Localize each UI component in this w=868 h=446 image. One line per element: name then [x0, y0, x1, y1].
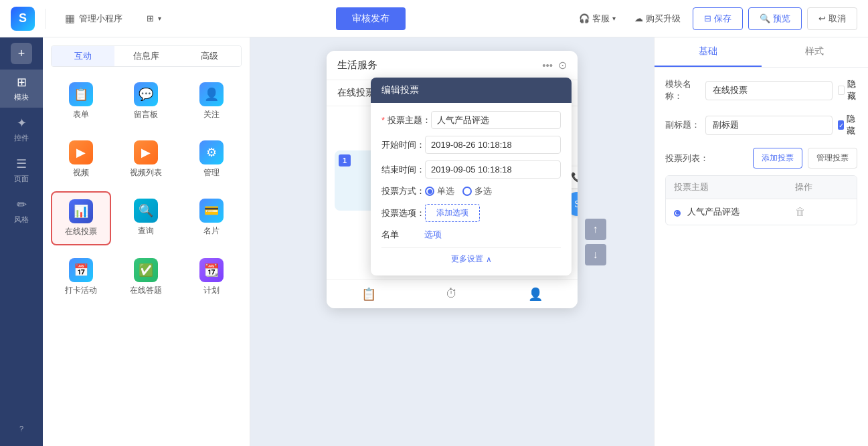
- rp-tab-style[interactable]: 样式: [762, 37, 869, 67]
- topbar-divider: [46, 9, 46, 29]
- comp-item-query[interactable]: 🔍 查询: [116, 191, 177, 245]
- preview-button[interactable]: 🔍 预览: [748, 7, 802, 30]
- grid-arrow: ▾: [158, 15, 161, 22]
- support-arrow: ▾: [612, 15, 616, 22]
- radio-multi[interactable]: 多选: [462, 185, 492, 197]
- comp-tab-advanced[interactable]: 高级: [178, 46, 241, 66]
- rp-input-subtitle[interactable]: [705, 116, 833, 135]
- nav-miniapp[interactable]: ▦ 管理小程序: [57, 8, 131, 29]
- vote-col-theme: 投票主题: [674, 181, 795, 193]
- comp-item-card[interactable]: 💳 名片: [181, 191, 242, 245]
- topbar-center: 审核发布: [177, 7, 564, 30]
- comp-item-message[interactable]: 💬 留言板: [116, 75, 177, 128]
- comp-item-videolist[interactable]: ▶ 视频列表: [116, 133, 177, 186]
- follow-icon: 👤: [199, 82, 224, 106]
- clock-icon: ⏱: [446, 287, 458, 301]
- radio-single[interactable]: 单选: [425, 185, 454, 197]
- sidebar-item-control[interactable]: ✦ 控件: [0, 110, 43, 148]
- comp-item-quiz[interactable]: ✅ 在线答题: [116, 251, 177, 304]
- phone-header-icons: ••• ⊙: [542, 59, 567, 72]
- style-icon: ✏: [17, 197, 27, 212]
- form-input-start[interactable]: [425, 136, 561, 154]
- edit-popup: 编辑投票 投票主题： 开始时间： 结束时间：: [371, 78, 572, 275]
- sidebar-item-module[interactable]: ⊞ 模块: [0, 70, 43, 108]
- sidebar: + ⊞ 模块 ✦ 控件 ☰ 页面 ✏ 风格 ?: [0, 37, 43, 446]
- user-icon: 👤: [528, 287, 543, 302]
- comp-tab-info[interactable]: 信息库: [114, 46, 177, 66]
- rp-label-vote-list: 投票列表：: [665, 152, 709, 164]
- sidebar-item-label: 控件: [14, 133, 29, 143]
- right-panel: 基础 样式 模块名称： 隐藏 副标题： ✓ 隐藏: [654, 37, 868, 446]
- form-row-start: 开始时间：: [381, 136, 561, 154]
- nav-grid[interactable]: ⊞ ▾: [139, 9, 169, 27]
- comp-item-plan[interactable]: 📆 计划: [181, 251, 242, 304]
- form-row-end: 结束时间：: [381, 160, 561, 179]
- comp-item-video[interactable]: ▶ 视频: [51, 133, 111, 186]
- rp-tab-basic[interactable]: 基础: [655, 37, 762, 67]
- form-input-topic[interactable]: [431, 111, 561, 129]
- comp-item-follow[interactable]: 👤 关注: [181, 75, 242, 128]
- save-button[interactable]: ⊟ 保存: [693, 7, 743, 30]
- support-item[interactable]: 🎧 客服 ▾: [572, 9, 622, 29]
- canvas-nav-down[interactable]: ↓: [585, 244, 606, 265]
- app-logo: S: [11, 7, 35, 31]
- hide-checkbox-2[interactable]: ✓: [838, 120, 844, 130]
- comp-item-form[interactable]: 📋 表单: [51, 75, 111, 128]
- add-option-button[interactable]: 添加选项: [425, 204, 480, 222]
- publish-button[interactable]: 审核发布: [336, 7, 406, 30]
- comp-tab-interactive[interactable]: 互动: [52, 46, 114, 66]
- sidebar-item-style[interactable]: ✏ 风格: [0, 192, 43, 230]
- comp-item-checkin[interactable]: 📅 打卡活动: [51, 251, 111, 304]
- checkin-icon: 📅: [69, 258, 93, 282]
- upgrade-item[interactable]: ☁ 购买升级: [628, 9, 687, 29]
- delete-vote-icon[interactable]: 🗑: [795, 206, 849, 218]
- phone-title: 生活服务: [337, 59, 377, 72]
- comp-label: 视频: [73, 167, 89, 179]
- control-icon: ✦: [17, 116, 27, 130]
- rp-vote-list-header: 投票列表： 添加投票 管理投票: [665, 148, 857, 169]
- phone-bottom-user[interactable]: 👤: [528, 287, 543, 302]
- sidebar-add-btn[interactable]: +: [11, 43, 32, 64]
- plan-icon: 📆: [199, 258, 224, 282]
- extra-link[interactable]: 选项: [424, 229, 442, 241]
- form-icon: 📋: [69, 82, 93, 106]
- more-settings-btn[interactable]: 更多设置 ∧: [381, 247, 561, 267]
- more-icon[interactable]: •••: [542, 60, 553, 71]
- comp-item-vote[interactable]: 📊 在线投票: [51, 191, 111, 245]
- right-panel-body: 模块名称： 隐藏 副标题： ✓ 隐藏 投票列表： 添加投: [655, 68, 868, 446]
- radio-dot-single: [425, 187, 434, 196]
- sidebar-item-page[interactable]: ☰ 页面: [0, 151, 43, 189]
- hide-checkbox-1[interactable]: [838, 86, 845, 95]
- comp-label: 表单: [73, 109, 89, 120]
- phone-bottom-doc[interactable]: 📋: [361, 287, 376, 302]
- edit-popup-header: 编辑投票: [371, 78, 572, 103]
- video-icon: ▶: [69, 140, 93, 164]
- add-vote-button[interactable]: 添加投票: [753, 148, 802, 169]
- form-row-options: 投票选项： 添加选项: [381, 204, 561, 222]
- form-input-end[interactable]: [425, 160, 561, 179]
- cancel-button[interactable]: ↩ 取消: [807, 7, 857, 30]
- videolist-icon: ▶: [134, 140, 158, 164]
- sidebar-item-label: 页面: [14, 174, 29, 184]
- comp-label: 在线答题: [130, 285, 162, 296]
- vote-radio[interactable]: [674, 210, 681, 217]
- hide-field-2: ✓ 隐藏: [838, 113, 859, 137]
- vote-row-name: 人气产品评选: [674, 206, 795, 218]
- canvas-nav-up[interactable]: ↑: [585, 219, 606, 240]
- comp-label: 打卡活动: [65, 285, 97, 296]
- quiz-icon: ✅: [134, 258, 158, 282]
- vote-icon: 📊: [69, 199, 93, 223]
- headphone-icon: 🎧: [579, 13, 590, 23]
- vote-table-header: 投票主题 操作: [666, 176, 857, 199]
- comp-label: 查询: [138, 225, 154, 237]
- comp-label: 在线投票: [65, 226, 97, 237]
- main-layout: + ⊞ 模块 ✦ 控件 ☰ 页面 ✏ 风格 ? 互动 信息库 高级: [0, 37, 868, 446]
- manage-vote-button[interactable]: 管理投票: [808, 148, 857, 169]
- sidebar-item-help[interactable]: ?: [19, 419, 23, 438]
- query-icon: 🔍: [134, 199, 158, 223]
- phone-bottom-clock[interactable]: ⏱: [446, 287, 458, 302]
- comp-item-manage[interactable]: ⚙ 管理: [181, 133, 242, 186]
- rp-input-module-name[interactable]: [705, 81, 833, 100]
- search-icon: 🔍: [760, 13, 770, 23]
- rp-label-subtitle: 副标题：: [665, 119, 705, 131]
